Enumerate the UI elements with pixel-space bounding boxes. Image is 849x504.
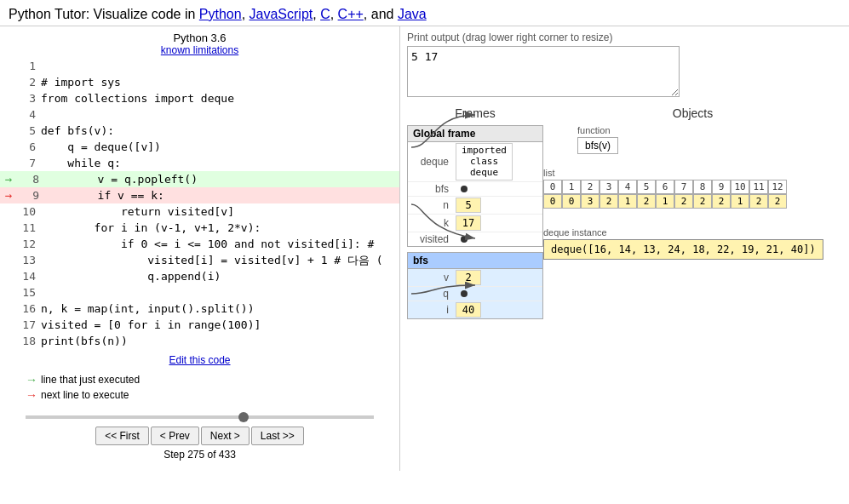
legend: → line that just executed → next line to…	[0, 369, 399, 407]
legend-green: → line that just executed	[26, 373, 399, 387]
link-java[interactable]: Java	[398, 7, 427, 21]
frames-header: Frames	[407, 106, 543, 120]
list-idx-1: 1	[562, 180, 581, 194]
edit-link-container: Edit this code	[0, 349, 399, 369]
frame-row-bfs-i: i 40	[408, 301, 542, 318]
code-line-8: → 8 v = q.popleft()	[0, 171, 399, 187]
val-bfs	[456, 185, 481, 193]
var-bfs-v: v	[413, 272, 456, 284]
code-line-11: 11 for i in (v-1, v+1, 2*v):	[0, 220, 399, 236]
step-text: Step 275 of 433	[163, 449, 236, 461]
known-limitations-link[interactable]: known limitations	[0, 44, 399, 56]
first-button[interactable]: << First	[95, 427, 149, 445]
bfs-frame: bfs v 2 q	[407, 252, 543, 319]
page-title: Python Tutor: Visualize code in Python, …	[9, 7, 840, 22]
prev-button[interactable]: < Prev	[151, 427, 199, 445]
list-val-6: 1	[656, 194, 674, 209]
code-line-4: 4	[0, 106, 399, 123]
code-line-18: 18 print(bfs(n))	[0, 333, 399, 349]
language-label: Python 3.6	[173, 32, 226, 44]
val-bfs-v: 2	[456, 270, 481, 285]
val-bfs-i: 40	[456, 302, 481, 318]
code-line-13: 13 visited[i] = visited[v] + 1 # 다음 (	[0, 252, 399, 268]
list-val-8: 2	[693, 194, 712, 209]
viz-section: Frames Global frame deque importedclassd…	[407, 106, 842, 364]
list-val-9: 2	[712, 194, 731, 209]
code-line-1: 1	[0, 58, 399, 74]
frame-row-deque: deque importedclassdeque	[408, 142, 542, 182]
list-val-2: 3	[581, 194, 599, 209]
viz-wrapper: Frames Global frame deque importedclassd…	[407, 106, 842, 364]
list-idx-0: 0	[543, 180, 562, 194]
next-button[interactable]: Next >	[201, 427, 250, 445]
var-deque: deque	[413, 156, 456, 168]
title-prefix: Python Tutor: Visualize code in	[9, 7, 199, 21]
objects-col: Objects function bfs(v) list	[543, 106, 842, 364]
last-button[interactable]: Last >>	[251, 427, 304, 445]
var-bfs-i: i	[413, 304, 456, 316]
list-label: list	[543, 168, 787, 178]
list-idx-11: 11	[749, 180, 768, 194]
main-layout: Python 3.6 known limitations 1 2 # impor…	[0, 26, 849, 471]
pointer-dot-bfs	[461, 186, 468, 192]
function-label: function	[577, 125, 618, 135]
list-val-5: 2	[637, 194, 656, 209]
list-val-11: 2	[749, 194, 768, 209]
code-line-15: 15	[0, 284, 399, 301]
val-n: 5	[456, 198, 481, 213]
val-k: 17	[456, 215, 481, 231]
list-idx-4: 4	[618, 180, 637, 194]
code-line-9: → 9 if v == k:	[0, 187, 399, 203]
var-visited: visited	[413, 233, 456, 245]
val-deque: importedclassdeque	[456, 143, 513, 180]
code-line-12: 12 if 0 <= i <= 100 and not visited[i]: …	[0, 236, 399, 252]
list-idx-12: 12	[768, 180, 787, 194]
list-idx-7: 7	[674, 180, 693, 194]
list-container: 0 1 2 3 4 5 6 7 8 9	[543, 180, 787, 209]
frame-row-bfs-q: q	[408, 287, 542, 301]
step-slider[interactable]	[26, 415, 374, 419]
code-line-14: 14 q.append(i)	[0, 268, 399, 284]
print-output[interactable]	[407, 46, 680, 97]
deque-obj-container: deque instance deque([16, 14, 13, 24, 18…	[543, 227, 823, 260]
frame-row-bfs-v: v 2	[408, 269, 542, 287]
list-val-4: 1	[618, 194, 637, 209]
pointer-dot-q	[461, 290, 468, 297]
objects-area: function bfs(v) list 0	[543, 125, 842, 364]
list-idx-6: 6	[656, 180, 674, 194]
val-bfs-q	[456, 289, 481, 298]
link-c[interactable]: C	[320, 7, 330, 21]
frame-row-n: n 5	[408, 197, 542, 215]
legend-green-arrow: →	[26, 373, 37, 387]
frame-row-k: k 17	[408, 215, 542, 232]
list-idx-9: 9	[712, 180, 731, 194]
code-panel: Python 3.6 known limitations 1 2 # impor…	[0, 26, 400, 471]
frames-col: Frames Global frame deque importedclassd…	[407, 106, 543, 364]
list-val-1: 0	[562, 194, 581, 209]
list-value-row: 0 0 3 2 1 2 1 2 2 2	[543, 194, 787, 209]
link-python[interactable]: Python	[199, 7, 242, 21]
print-label: Print output (drag lower right corner to…	[407, 32, 842, 43]
list-val-7: 2	[674, 194, 693, 209]
global-frame: Global frame deque importedclassdeque bf…	[407, 125, 543, 247]
legend-green-text: line that just executed	[41, 374, 140, 386]
var-bfs: bfs	[413, 183, 456, 195]
frame-row-bfs: bfs	[408, 182, 542, 197]
link-javascript[interactable]: JavaScript	[250, 7, 313, 21]
code-line-7: 7 while q:	[0, 155, 399, 171]
code-area: 1 2 # import sys 3 from collections impo…	[0, 58, 399, 349]
code-line-3: 3 from collections import deque	[0, 90, 399, 106]
link-cpp[interactable]: C++	[338, 7, 364, 21]
header: Python Tutor: Visualize code in Python, …	[0, 0, 849, 26]
frame-row-visited: visited	[408, 232, 542, 246]
val-visited	[456, 235, 481, 243]
code-line-5: 5 def bfs(v):	[0, 123, 399, 139]
code-line-16: 16 n, k = map(int, input().split())	[0, 301, 399, 317]
list-val-12: 2	[768, 194, 787, 209]
list-idx-3: 3	[599, 180, 618, 194]
arrow-8: →	[0, 171, 17, 187]
global-frame-title: Global frame	[408, 126, 542, 142]
edit-code-link[interactable]: Edit this code	[169, 354, 230, 366]
bfs-frame-title: bfs	[408, 253, 542, 269]
var-bfs-q: q	[413, 288, 456, 300]
